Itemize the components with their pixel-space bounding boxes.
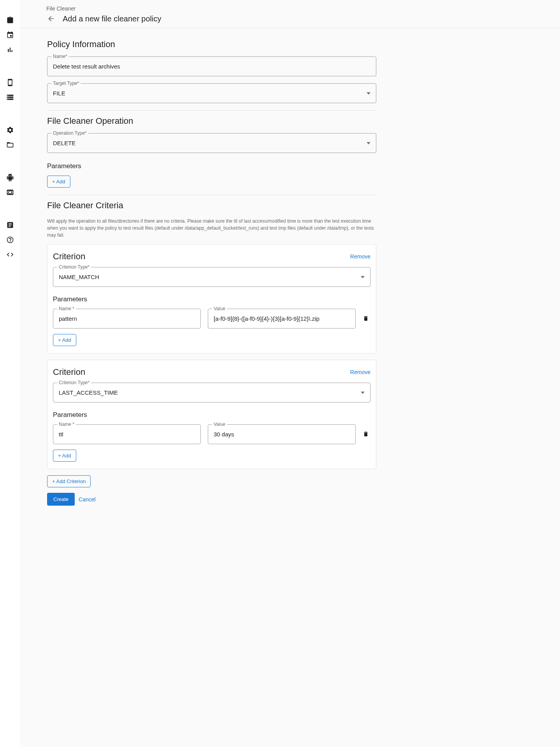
divider: [47, 195, 376, 195]
subsection-parameters: Parameters: [53, 411, 370, 419]
target-type-label: Target Type*: [51, 81, 81, 86]
criterion-title: Criterion: [53, 367, 85, 377]
criterion-type-value: LAST_ACCESS_TIME: [59, 389, 118, 396]
target-type-field[interactable]: Target Type* FILE: [47, 83, 376, 103]
param-name-input[interactable]: [53, 425, 200, 444]
criterion-type-label: Criterion Type*: [57, 380, 91, 385]
sidebar-item-help[interactable]: [5, 235, 15, 244]
sidebar-item-calendar[interactable]: [5, 30, 15, 40]
subsection-parameters: Parameters: [47, 162, 376, 170]
sidebar-item-android[interactable]: [5, 173, 15, 182]
param-row: Name * Value: [53, 424, 370, 444]
page-title: Add a new file cleaner policy: [63, 14, 161, 23]
criterion-card: Criterion Remove Criterion Type* NAME_MA…: [47, 244, 376, 353]
param-name-input[interactable]: [53, 309, 200, 328]
remove-criterion-link[interactable]: Remove: [350, 253, 370, 260]
criterion-title: Criterion: [53, 251, 85, 262]
sidebar-item-settings[interactable]: [5, 125, 15, 135]
section-criteria: File Cleaner Criteria: [47, 200, 376, 211]
sidebar-item-folder[interactable]: [5, 140, 15, 149]
header: File Cleaner Add a new file cleaner poli…: [20, 0, 560, 28]
sidebar-item-storage[interactable]: [5, 93, 15, 102]
target-type-value: FILE: [53, 90, 65, 97]
operation-type-label: Operation Type*: [51, 130, 88, 136]
sidebar-item-device[interactable]: [5, 78, 15, 87]
add-criterion-button[interactable]: + Add Criterion: [47, 475, 91, 487]
criterion-type-field[interactable]: Criterion Type* LAST_ACCESS_TIME: [53, 383, 370, 403]
operation-type-value: DELETE: [53, 140, 75, 146]
chevron-down-icon: [367, 92, 370, 95]
sidebar: [0, 0, 20, 747]
param-value-input[interactable]: [208, 425, 355, 444]
param-row: Name * Value: [53, 309, 370, 329]
criteria-description: Will apply the operation to all files/di…: [47, 218, 376, 239]
chevron-down-icon: [361, 276, 365, 278]
operation-type-select[interactable]: DELETE: [47, 134, 376, 153]
delete-param-button[interactable]: [363, 431, 370, 438]
sidebar-item-clipboard[interactable]: [5, 16, 15, 25]
param-value-label: Value: [212, 306, 227, 311]
name-field[interactable]: Name*: [47, 56, 376, 76]
add-parameter-button[interactable]: + Add: [47, 176, 70, 188]
name-input[interactable]: [47, 57, 376, 76]
criterion-type-label: Criterion Type*: [57, 264, 91, 270]
param-value-field[interactable]: Value: [208, 309, 356, 329]
breadcrumb: File Cleaner: [46, 5, 560, 12]
back-button[interactable]: [46, 14, 56, 23]
sidebar-item-monitor[interactable]: [5, 188, 15, 197]
param-name-field[interactable]: Name *: [53, 309, 201, 329]
chevron-down-icon: [367, 142, 370, 144]
delete-param-button[interactable]: [363, 315, 370, 323]
remove-criterion-link[interactable]: Remove: [350, 369, 370, 375]
name-label: Name*: [51, 54, 69, 59]
criterion-type-value: NAME_MATCH: [59, 274, 99, 280]
param-name-label: Name *: [57, 306, 76, 311]
add-param-button[interactable]: + Add: [53, 450, 76, 462]
chevron-down-icon: [361, 392, 365, 394]
operation-type-field[interactable]: Operation Type* DELETE: [47, 133, 376, 153]
param-name-label: Name *: [57, 422, 76, 427]
divider: [47, 110, 376, 111]
add-param-button[interactable]: + Add: [53, 334, 76, 346]
create-button[interactable]: Create: [47, 493, 75, 506]
criterion-type-field[interactable]: Criterion Type* NAME_MATCH: [53, 267, 370, 287]
criterion-type-select[interactable]: NAME_MATCH: [53, 267, 370, 286]
section-operation: File Cleaner Operation: [47, 116, 376, 126]
sidebar-item-chart[interactable]: [5, 45, 15, 54]
param-value-field[interactable]: Value: [208, 424, 356, 444]
sidebar-item-code[interactable]: [5, 250, 15, 259]
subsection-parameters: Parameters: [53, 295, 370, 303]
criterion-type-select[interactable]: LAST_ACCESS_TIME: [53, 383, 370, 402]
section-policy-info: Policy Information: [47, 39, 376, 49]
sidebar-item-notes[interactable]: [5, 220, 15, 230]
cancel-link[interactable]: Cancel: [79, 496, 96, 503]
criterion-card: Criterion Remove Criterion Type* LAST_AC…: [47, 360, 376, 469]
target-type-select[interactable]: FILE: [47, 84, 376, 103]
param-name-field[interactable]: Name *: [53, 424, 201, 444]
param-value-label: Value: [212, 422, 227, 427]
param-value-input[interactable]: [208, 309, 355, 328]
